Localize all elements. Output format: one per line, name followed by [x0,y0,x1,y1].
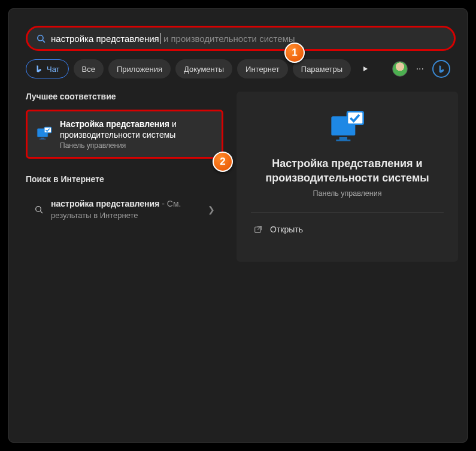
results-left-column: Лучшее соответствие Настройка представле… [26,92,223,226]
filter-docs[interactable]: Документы [175,59,232,78]
performance-options-icon [36,126,53,143]
svg-line-1 [43,40,45,43]
preview-subtitle: Панель управления [251,189,444,198]
divider [251,212,444,213]
search-window: настройка представления и производительн… [8,8,468,443]
filter-web[interactable]: Интернет [237,59,288,78]
filter-all[interactable]: Все [74,59,104,78]
filter-chat[interactable]: Чат [26,59,69,78]
svg-rect-11 [336,140,350,141]
filter-settings[interactable]: Параметры [293,59,351,78]
filter-row: Чат Все Приложения Документы Интернет Па… [26,59,450,78]
user-avatar[interactable] [392,61,408,77]
annotation-badge-1: 1 [284,43,305,63]
svg-point-7 [36,207,41,212]
filter-apps[interactable]: Приложения [108,59,171,78]
more-menu[interactable]: ··· [413,63,428,74]
bing-b-icon [437,65,446,74]
search-input[interactable]: настройка представления и производительн… [26,26,456,51]
svg-rect-5 [40,139,46,140]
filter-play[interactable] [356,59,375,78]
play-icon [362,65,369,72]
web-item-text: настройка представления - См. результаты… [51,198,201,220]
preview-title: Настройка представления и производительн… [251,156,444,186]
search-text: настройка представления и производительн… [51,33,295,44]
bing-chat-button[interactable] [432,60,450,78]
bing-b-icon [35,65,43,73]
svg-rect-10 [339,137,347,140]
search-icon [36,34,46,44]
open-action[interactable]: Открыть [251,221,444,238]
svg-point-0 [38,35,43,40]
web-search-header: Поиск в Интернете [26,174,223,184]
best-match-text: Настройка представления и производительн… [60,119,177,150]
best-match-item[interactable]: Настройка представления и производительн… [26,110,223,159]
svg-rect-4 [41,138,44,139]
preview-pane: Настройка представления и производительн… [237,92,458,262]
svg-line-8 [41,211,43,213]
chevron-right-icon: ❯ [208,205,215,214]
search-icon [34,205,44,214]
performance-options-icon [328,108,366,147]
annotation-badge-2: 2 [213,152,233,172]
web-search-item[interactable]: настройка представления - См. результаты… [26,192,223,226]
open-external-icon [253,225,263,234]
best-match-header: Лучшее соответствие [26,92,223,101]
